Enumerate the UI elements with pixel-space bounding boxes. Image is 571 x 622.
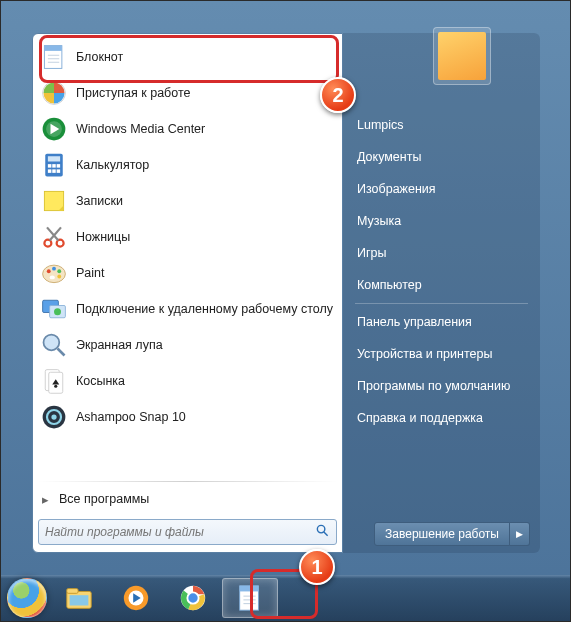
search-box[interactable] <box>38 519 337 545</box>
svg-rect-9 <box>48 156 60 161</box>
program-item-solitaire[interactable]: Косынка <box>36 363 339 399</box>
svg-rect-13 <box>48 169 52 173</box>
separator <box>38 481 337 482</box>
svg-rect-49 <box>240 586 259 592</box>
windows-orb-icon <box>7 578 47 618</box>
svg-rect-15 <box>57 169 61 173</box>
program-item-notepad[interactable]: Блокнот <box>36 39 339 75</box>
explorer-icon <box>64 583 94 613</box>
program-item-ashampoo[interactable]: Ashampoo Snap 10 <box>36 399 339 435</box>
arrow-right-icon: ▸ <box>42 492 49 507</box>
all-programs[interactable]: ▸ Все программы <box>36 483 339 515</box>
taskbar <box>1 575 570 621</box>
taskbar-item-wmp[interactable] <box>108 578 164 618</box>
program-item-magnifier[interactable]: Экранная лупа <box>36 327 339 363</box>
notepad-icon <box>40 43 68 71</box>
program-list: Блокнот Приступая к работе Windows Media… <box>36 39 339 480</box>
program-label: Косынка <box>76 374 125 388</box>
right-item-control-panel[interactable]: Панель управления <box>343 306 540 338</box>
program-item-wmc[interactable]: Windows Media Center <box>36 111 339 147</box>
svg-rect-10 <box>48 164 52 168</box>
svg-point-37 <box>51 414 56 419</box>
start-menu-left-pane: Блокнот Приступая к работе Windows Media… <box>32 33 343 553</box>
svg-rect-42 <box>70 595 89 605</box>
program-item-calc[interactable]: Калькулятор <box>36 147 339 183</box>
taskbar-item-explorer[interactable] <box>51 578 107 618</box>
magnifier-icon <box>40 331 68 359</box>
program-item-rdp[interactable]: Подключение к удаленному рабочему столу <box>36 291 339 327</box>
right-item-help[interactable]: Справка и поддержка <box>343 402 540 434</box>
search-icon <box>315 523 330 542</box>
svg-point-26 <box>50 275 55 279</box>
start-button[interactable] <box>4 575 50 621</box>
svg-rect-14 <box>52 169 56 173</box>
svg-point-34 <box>54 385 57 388</box>
shutdown-button[interactable]: Завершение работы <box>374 522 510 546</box>
start-menu: Блокнот Приступая к работе Windows Media… <box>32 33 540 553</box>
wmp-icon <box>121 583 151 613</box>
user-avatar-frame[interactable] <box>433 27 491 85</box>
svg-rect-12 <box>57 164 61 168</box>
all-programs-label: Все программы <box>59 492 149 506</box>
program-label: Приступая к работе <box>76 86 190 100</box>
program-label: Экранная лупа <box>76 338 163 352</box>
program-label: Paint <box>76 266 105 280</box>
right-item-devices[interactable]: Устройства и принтеры <box>343 338 540 370</box>
rdp-icon <box>40 295 68 323</box>
user-name-item[interactable]: Lumpics <box>343 109 540 141</box>
program-label: Калькулятор <box>76 158 149 172</box>
right-item-default-programs[interactable]: Программы по умолчанию <box>343 370 540 402</box>
svg-point-38 <box>317 525 325 533</box>
annotation-callout: 2 <box>320 77 356 113</box>
chevron-right-icon: ▶ <box>516 529 523 539</box>
program-label: Блокнот <box>76 50 123 64</box>
program-label: Подключение к удаленному рабочему столу <box>76 302 333 316</box>
svg-point-30 <box>44 335 60 351</box>
scissors-icon <box>40 223 68 251</box>
notepad-icon <box>235 583 265 613</box>
program-label: Ashampoo Snap 10 <box>76 410 186 424</box>
program-label: Ножницы <box>76 230 130 244</box>
paint-icon <box>40 259 68 287</box>
program-item-snip[interactable]: Ножницы <box>36 219 339 255</box>
ashampoo-icon <box>40 403 68 431</box>
getting-started-icon <box>40 79 68 107</box>
svg-point-22 <box>47 269 51 273</box>
svg-point-23 <box>52 267 56 271</box>
svg-point-25 <box>57 275 61 279</box>
svg-rect-11 <box>52 164 56 168</box>
program-item-getting-started[interactable]: Приступая к работе <box>36 75 339 111</box>
wmc-icon <box>40 115 68 143</box>
svg-line-39 <box>324 531 328 535</box>
sticky-notes-icon <box>40 187 68 215</box>
annotation-callout: 1 <box>299 549 335 585</box>
search-input[interactable] <box>45 525 315 539</box>
taskbar-item-chrome[interactable] <box>165 578 221 618</box>
program-label: Windows Media Center <box>76 122 205 136</box>
separator <box>355 303 528 304</box>
svg-point-29 <box>54 308 61 315</box>
right-item-pictures[interactable]: Изображения <box>343 173 540 205</box>
taskbar-item-notepad[interactable] <box>222 578 278 618</box>
svg-rect-16 <box>44 191 63 210</box>
solitaire-icon <box>40 367 68 395</box>
start-menu-right-pane: Lumpics Документы Изображения Музыка Игр… <box>343 33 540 553</box>
svg-rect-41 <box>67 589 78 594</box>
user-avatar <box>438 32 486 80</box>
program-item-notes[interactable]: Записки <box>36 183 339 219</box>
svg-line-31 <box>58 349 65 356</box>
right-item-documents[interactable]: Документы <box>343 141 540 173</box>
shutdown-options-button[interactable]: ▶ <box>510 522 530 546</box>
svg-point-24 <box>57 269 61 273</box>
program-item-paint[interactable]: Paint <box>36 255 339 291</box>
right-item-computer[interactable]: Компьютер <box>343 269 540 301</box>
chrome-icon <box>178 583 208 613</box>
svg-rect-1 <box>44 46 62 51</box>
right-item-music[interactable]: Музыка <box>343 205 540 237</box>
right-item-games[interactable]: Игры <box>343 237 540 269</box>
calculator-icon <box>40 151 68 179</box>
program-label: Записки <box>76 194 123 208</box>
